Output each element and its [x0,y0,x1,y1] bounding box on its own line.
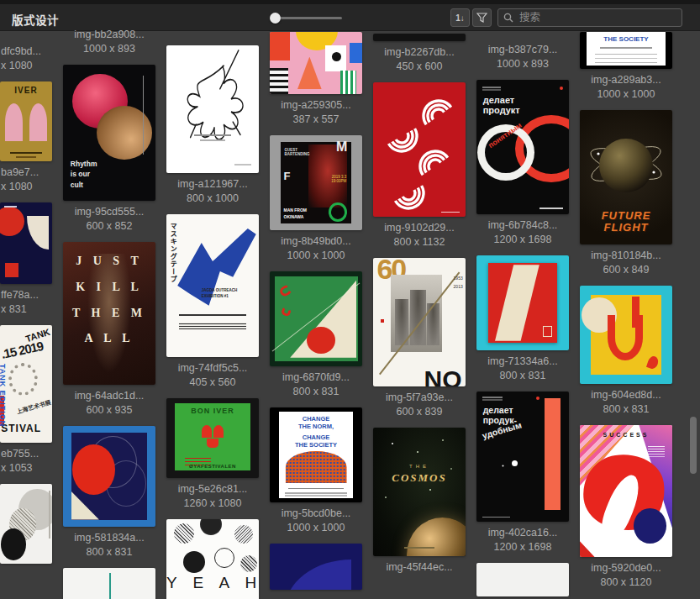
thumbnail-size-slider[interactable] [270,4,347,30]
shape [202,425,212,438]
poster-text: A L L [63,332,155,345]
toolbar: 版式设计 1↓ [0,4,700,31]
search-box[interactable] [497,8,682,27]
item-caption[interactable]: img-9102d29...800 x 1132 [373,221,466,250]
shape [560,87,563,90]
poster-cat[interactable] [166,45,259,173]
item-caption[interactable]: img-581834a...800 x 831 [63,531,155,560]
poster-text: cult [71,181,83,190]
poster-society[interactable]: THE SOCIETY [580,32,672,69]
item-caption[interactable]: img-64adc1d...600 x 935 [63,389,155,418]
item-caption[interactable]: img-bb2a908...1000 x 893 [63,30,155,56]
shape [5,103,23,142]
poster-bird[interactable]: マスキングテープJAGDA OUTREACHEXHIBITION #1 [166,214,259,357]
shape [482,87,501,88]
poster-changenorm[interactable]: CHANGETHE NORM,CHANGETHE SOCIETY [270,407,362,502]
item-filename: ba9e7... [1,166,52,180]
poster-text: Y E A H [166,574,259,592]
poster-bongreen[interactable]: BON IVERØYAFESTIVALEN [166,398,259,478]
poster-memphis[interactable] [270,32,362,94]
item-filename: ffe78a... [1,288,52,302]
poster-cyanred[interactable] [476,255,569,350]
item-caption[interactable]: img-74fdf5c5...405 x 560 [166,361,259,390]
poster-rhythm[interactable]: Rhythmis ourcult [63,65,155,201]
poster-whiteteal[interactable] [63,568,155,599]
poster-delaet2[interactable]: делаетпродук-удобным [476,391,569,522]
item-caption[interactable]: img-a259305...387 x 557 [270,98,362,127]
poster-future[interactable]: FUTUREFLIGHT [580,110,672,244]
search-icon [503,13,513,23]
item-caption[interactable]: img-6b784c8...1200 x 1698 [476,218,569,247]
poster-text: STIVAL [1,423,41,434]
shape [240,555,257,572]
shape [214,548,234,568]
item-caption[interactable]: img-b387c79...1000 x 893 [476,43,569,71]
item-dimensions: x 1053 [1,461,52,476]
item-caption[interactable]: img-8b49bd0...1000 x 1000 [270,234,362,263]
poster-cyanj[interactable] [580,286,672,384]
shape [109,573,111,599]
item-filename: img-581834a... [63,531,155,545]
item-caption[interactable]: img-5920de0...800 x 1120 [580,561,672,590]
poster-bluered[interactable] [63,426,155,527]
sort-button[interactable]: 1↓ [450,8,470,27]
slider-thumb[interactable] [270,13,281,24]
poster-delaet1[interactable]: делаетпродуктпонятным [476,80,569,214]
shape [392,443,393,444]
item-filename: img-8b49bd0... [270,234,362,249]
shape [391,275,443,352]
shape [600,47,652,49]
item-caption[interactable]: img-71334a6...800 x 831 [476,355,569,383]
item-filename: img-6b784c8... [476,218,569,233]
item-caption[interactable]: eb755...x 1053 [0,447,52,476]
item-caption[interactable]: img-a121967...800 x 1000 [166,177,259,206]
item-caption[interactable]: img-45f44ec... [373,560,466,575]
filter-button[interactable] [472,8,492,27]
poster-text: is our [71,170,90,179]
poster-cosmos[interactable]: THECOSMOS [373,428,466,556]
poster-success[interactable]: SUCCESS [580,425,672,557]
search-input[interactable] [518,11,676,24]
shape [27,216,49,250]
shape [599,139,653,192]
item-caption[interactable]: ffe78a...x 831 [0,288,52,317]
poster-iver[interactable]: IVER [0,81,52,161]
item-caption[interactable]: dfc9bd...x 1080 [0,45,52,73]
poster-sixtyno[interactable]: 60NO19532013 [373,258,466,386]
poster-justkill[interactable]: J U S TK I L LT H E MA L L [63,242,155,385]
item-filename: img-a259305... [270,98,362,113]
item-caption[interactable]: img-810184b...600 x 849 [580,249,672,277]
poster-okinawa[interactable]: MFGUEST BARTENDINGMAN FROM OKINAWA2019 3… [270,135,362,230]
item-dimensions: 800 x 1132 [373,235,466,250]
poster-redarcs[interactable] [373,82,466,217]
item-caption[interactable]: img-b2267db...450 x 600 [373,45,466,74]
shape [270,32,290,60]
poster-yeahyo[interactable]: Y E A HY O [166,519,259,599]
poster-navyred[interactable] [0,202,52,284]
item-dimensions: 1000 x 1000 [270,249,362,263]
item-caption[interactable]: img-604ed8d...800 x 831 [580,388,672,417]
poster-tank[interactable]: TANK.15 2019STIVAL上海艺术书展TANK EDITION [0,325,52,443]
shape [174,523,194,544]
poster-text: TANK EDITION [0,364,7,427]
poster-darkblue[interactable] [270,544,362,590]
item-caption[interactable]: img-a289ab3...1000 x 1000 [580,73,672,102]
item-caption[interactable]: img-95cd555...600 x 852 [63,205,155,234]
poster-whiteclip[interactable] [476,563,569,596]
poster-text: 上海艺术书展 [15,398,51,416]
item-dimensions: 1200 x 1698 [476,540,569,554]
poster-graycircles[interactable] [0,484,52,564]
item-caption[interactable]: img-402ca16...1200 x 1698 [476,526,569,554]
item-dimensions: 800 x 831 [476,369,569,383]
item-caption[interactable]: ba9e7...x 1080 [0,166,52,194]
poster-text: IVER [0,86,52,95]
poster-blacksliver[interactable] [373,34,466,41]
slider-track[interactable] [275,17,342,19]
item-filename: img-95cd555... [63,205,155,219]
item-caption[interactable]: img-5bcd0be...1000 x 1000 [270,507,362,535]
vertical-scrollbar[interactable] [690,417,697,474]
item-caption[interactable]: img-5e26c81...1260 x 1080 [166,482,259,511]
item-caption[interactable]: img-6870fd9...800 x 831 [270,370,362,399]
item-caption[interactable]: img-5f7a93e...600 x 839 [373,391,466,419]
poster-greentri[interactable] [270,271,362,366]
